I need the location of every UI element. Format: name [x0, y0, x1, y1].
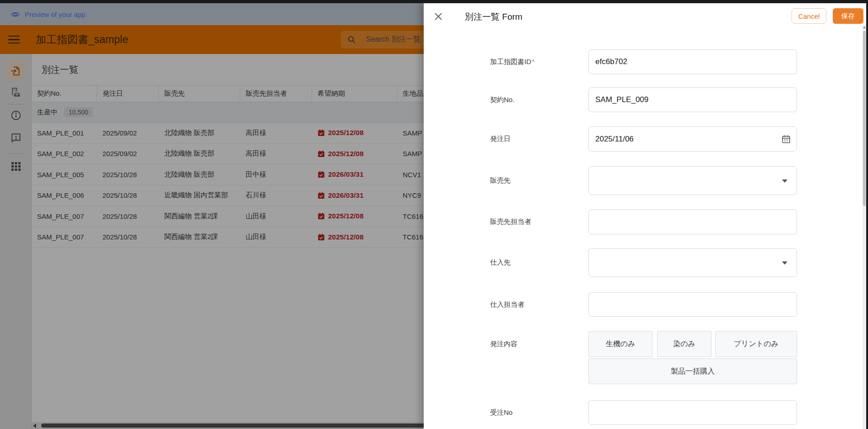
form-field-contract-no: 契約No. — [424, 87, 868, 112]
chevron-down-icon — [782, 261, 787, 265]
drawer-title: 別注一覧 Form — [465, 11, 523, 23]
contract-no-input[interactable] — [588, 87, 797, 112]
form-field-juchu-no: 受注No — [424, 400, 868, 425]
form-field-order-date: 発注日 — [424, 126, 868, 152]
field-label: 受注No — [490, 400, 512, 425]
close-icon[interactable] — [433, 11, 444, 22]
scroll-up-arrow-icon[interactable] — [863, 26, 866, 28]
screen: Preview of your app 加工指図書_sample Search … — [0, 0, 868, 429]
save-button[interactable]: 保存 — [833, 8, 863, 24]
form-field-supplier-contact: 仕入担当者 — [424, 292, 868, 317]
supplier-select[interactable] — [588, 248, 797, 277]
field-label: 販売先担当者 — [490, 209, 531, 234]
field-label: 発注内容 — [490, 331, 518, 357]
form-field-seller: 販売先 — [424, 166, 868, 195]
field-label: 仕入担当者 — [490, 292, 524, 317]
form-field-order-contents-row2: 製品一括購入 — [424, 358, 868, 384]
calendar-icon[interactable] — [781, 134, 792, 145]
vertical-scrollbar[interactable] — [863, 25, 866, 429]
juchu-no-input[interactable] — [588, 400, 797, 425]
vertical-scrollbar-thumb[interactable] — [863, 31, 866, 206]
window-right-edge — [866, 0, 868, 429]
cancel-button[interactable]: Cancel — [792, 8, 826, 24]
koujishizusho-id-input[interactable] — [588, 49, 797, 74]
field-label: 仕入先 — [490, 248, 511, 277]
option-bulk-purchase-button[interactable]: 製品一括購入 — [588, 358, 797, 384]
seller-select[interactable] — [588, 166, 797, 195]
form-field-seller-contact: 販売先担当者 — [424, 209, 868, 234]
seller-contact-input[interactable] — [588, 209, 797, 234]
field-label: 加工指図書ID* — [490, 49, 534, 74]
option-print-only-button[interactable]: プリントのみ — [715, 331, 797, 357]
supplier-contact-input[interactable] — [588, 292, 797, 317]
required-marker: * — [532, 59, 534, 65]
field-label: 販売先 — [490, 166, 511, 195]
form-drawer: 別注一覧 Form Cancel 保存 加工指図書ID* 契約No. 発注日 — [424, 3, 868, 429]
option-kihata-only-button[interactable]: 生機のみ — [588, 331, 652, 357]
form-field-order-contents: 発注内容 生機のみ 染のみ プリントのみ — [424, 331, 868, 357]
form-field-supplier: 仕入先 — [424, 248, 868, 277]
field-label: 発注日 — [490, 126, 511, 152]
form-field-koujishizusho-id: 加工指図書ID* — [424, 49, 868, 74]
window-top-edge — [0, 0, 868, 3]
chevron-down-icon — [782, 179, 787, 183]
field-label: 契約No. — [490, 87, 514, 112]
option-dye-only-button[interactable]: 染のみ — [657, 331, 712, 357]
order-date-input[interactable] — [588, 126, 797, 152]
